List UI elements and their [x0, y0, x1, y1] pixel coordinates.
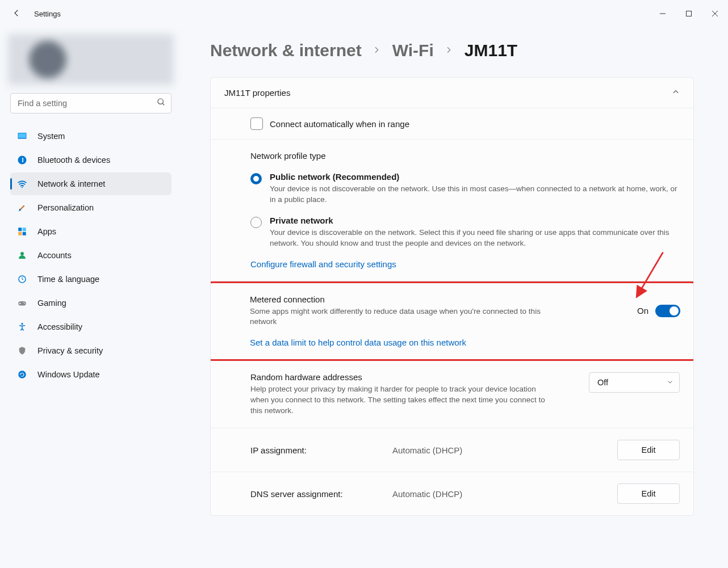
sidebar: System Bluetooth & devices Network & int…: [0, 27, 182, 568]
nav-label: Apps: [37, 227, 56, 236]
apps-icon: [17, 226, 27, 237]
nav-label: Personalization: [37, 203, 94, 212]
public-network-desc: Your device is not discoverable on the n…: [270, 184, 680, 205]
svg-rect-7: [18, 133, 26, 138]
breadcrumb-wifi[interactable]: Wi-Fi: [392, 41, 434, 60]
auto-connect-label: Connect automatically when in range: [270, 119, 409, 129]
nav-time[interactable]: Time & language: [10, 268, 171, 291]
nav-label: System: [37, 132, 65, 141]
svg-point-14: [20, 252, 24, 255]
ip-edit-button[interactable]: Edit: [617, 440, 680, 460]
private-network-desc: Your device is discoverable on the netwo…: [270, 228, 680, 249]
private-network-radio[interactable]: [250, 217, 262, 228]
nav-label: Gaming: [37, 298, 66, 308]
metered-state-label: On: [637, 306, 648, 315]
nav-bluetooth[interactable]: Bluetooth & devices: [10, 149, 171, 171]
nav-network[interactable]: Network & internet: [10, 172, 171, 195]
nav-privacy[interactable]: Privacy & security: [10, 339, 171, 362]
main-content: Network & internet Wi-Fi JM11T JM11T pro…: [182, 27, 728, 568]
svg-point-4: [158, 99, 163, 104]
brush-icon: [17, 203, 27, 213]
data-limit-link[interactable]: Set a data limit to help control data us…: [250, 338, 466, 347]
ip-assignment-value: Automatic (DHCP): [392, 445, 617, 455]
random-hw-desc: Help protect your privacy by making it h…: [250, 384, 546, 416]
svg-rect-11: [23, 228, 26, 231]
svg-line-5: [162, 103, 164, 105]
random-hw-title: Random hardware addresses: [250, 372, 546, 382]
random-hw-dropdown[interactable]: Off: [589, 372, 680, 393]
nav-label: Time & language: [37, 275, 99, 284]
panel-header[interactable]: JM11T properties: [211, 78, 693, 108]
back-button[interactable]: [11, 8, 23, 19]
search-input[interactable]: [10, 93, 171, 113]
public-network-label: Public network (Recommended): [270, 172, 680, 182]
private-network-label: Private network: [270, 216, 680, 225]
gamepad-icon: [17, 298, 27, 308]
metered-title: Metered connection: [250, 294, 568, 304]
window-title: Settings: [34, 10, 650, 18]
public-network-radio[interactable]: [250, 173, 262, 184]
dns-assignment-value: Automatic (DHCP): [392, 489, 617, 499]
firewall-link[interactable]: Configure firewall and security settings: [250, 259, 396, 269]
annotation-highlight: Metered connection Some apps might work …: [210, 281, 694, 361]
metered-toggle[interactable]: [655, 305, 680, 317]
dns-assignment-label: DNS server assignment:: [250, 489, 392, 499]
chevron-right-icon: [372, 45, 382, 56]
nav-list: System Bluetooth & devices Network & int…: [5, 124, 177, 387]
clock-icon: [17, 274, 27, 284]
nav-label: Bluetooth & devices: [37, 155, 110, 165]
svg-rect-13: [23, 232, 26, 235]
dns-edit-button[interactable]: Edit: [617, 483, 680, 504]
svg-point-18: [23, 302, 24, 304]
nav-accounts[interactable]: Accounts: [10, 244, 171, 267]
svg-point-9: [22, 187, 23, 188]
user-account-block[interactable]: [8, 34, 174, 85]
maximize-button[interactable]: [676, 5, 702, 23]
svg-rect-1: [687, 11, 692, 16]
svg-rect-12: [18, 232, 22, 235]
chevron-down-icon: [667, 378, 673, 387]
close-button[interactable]: [702, 5, 728, 23]
nav-gaming[interactable]: Gaming: [10, 292, 171, 314]
nav-apps[interactable]: Apps: [10, 220, 171, 243]
properties-panel: JM11T properties Connect automatically w…: [210, 77, 694, 516]
system-icon: [17, 131, 27, 141]
bluetooth-icon: [17, 155, 27, 165]
nav-personalization[interactable]: Personalization: [10, 196, 171, 219]
nav-label: Network & internet: [37, 179, 105, 188]
nav-label: Accessibility: [37, 322, 82, 331]
chevron-right-icon: [444, 45, 454, 56]
svg-rect-10: [18, 228, 22, 231]
nav-label: Privacy & security: [37, 346, 103, 355]
nav-label: Windows Update: [37, 370, 100, 379]
wifi-icon: [17, 179, 27, 189]
breadcrumb-current: JM11T: [465, 41, 517, 60]
nav-accessibility[interactable]: Accessibility: [10, 315, 171, 338]
auto-connect-checkbox[interactable]: [250, 117, 263, 130]
search-icon: [157, 98, 166, 109]
chevron-up-icon: [672, 88, 680, 98]
dropdown-value: Off: [597, 378, 608, 387]
nav-system[interactable]: System: [10, 125, 171, 148]
breadcrumb: Network & internet Wi-Fi JM11T: [210, 41, 694, 60]
profile-type-title: Network profile type: [250, 151, 680, 161]
nav-update[interactable]: Windows Update: [10, 363, 171, 386]
svg-point-20: [21, 323, 23, 325]
titlebar: Settings: [0, 0, 728, 27]
shield-icon: [17, 346, 27, 356]
accessibility-icon: [17, 322, 27, 332]
nav-label: Accounts: [37, 251, 72, 260]
breadcrumb-network[interactable]: Network & internet: [210, 41, 362, 60]
metered-desc: Some apps might work differently to redu…: [250, 306, 568, 328]
minimize-button[interactable]: [650, 5, 676, 23]
svg-point-19: [24, 303, 26, 304]
svg-point-21: [18, 371, 26, 378]
panel-title: JM11T properties: [224, 88, 290, 98]
update-icon: [17, 369, 27, 380]
ip-assignment-label: IP assignment:: [250, 445, 392, 455]
person-icon: [17, 250, 27, 260]
